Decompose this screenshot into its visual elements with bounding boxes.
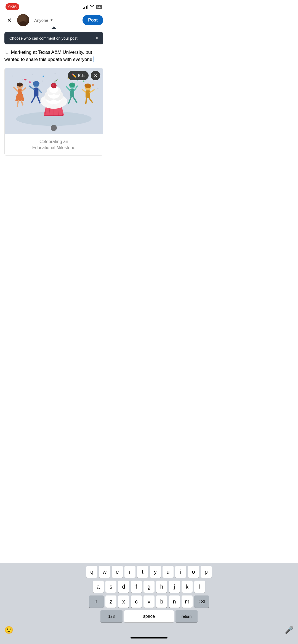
svg-point-7 bbox=[55, 73, 56, 74]
svg-point-40 bbox=[17, 82, 23, 87]
chevron-down-icon: ▼ bbox=[50, 18, 53, 22]
audience-label: Anyone bbox=[34, 18, 48, 23]
svg-point-66 bbox=[29, 81, 31, 83]
card-caption-text: Celebrating anEducational Milestone bbox=[9, 139, 99, 151]
close-icon: ✕ bbox=[94, 73, 97, 78]
post-button[interactable]: Post bbox=[83, 15, 103, 25]
signal-icon bbox=[83, 5, 88, 9]
svg-point-33 bbox=[52, 84, 54, 86]
remove-image-button[interactable]: ✕ bbox=[91, 71, 100, 80]
swipe-indicator bbox=[51, 125, 57, 131]
svg-point-54 bbox=[69, 82, 75, 87]
text-cursor bbox=[94, 57, 94, 62]
tooltip: Choose who can comment on your post × bbox=[4, 32, 103, 44]
wifi-icon bbox=[90, 5, 94, 9]
card-actions: ✏️ Edit ✕ bbox=[68, 71, 100, 80]
svg-point-13 bbox=[29, 88, 30, 89]
status-time: 9:36 bbox=[6, 3, 19, 10]
svg-point-6 bbox=[42, 80, 43, 82]
tooltip-close-button[interactable]: × bbox=[95, 35, 98, 41]
edit-button[interactable]: ✏️ Edit bbox=[68, 71, 89, 80]
svg-point-47 bbox=[33, 81, 39, 86]
tooltip-text: Choose who can comment on your post bbox=[9, 36, 78, 41]
close-button[interactable] bbox=[4, 15, 14, 25]
battery-icon: 56 bbox=[96, 5, 102, 9]
card-caption: Celebrating anEducational Milestone bbox=[5, 134, 103, 155]
svg-rect-56 bbox=[86, 90, 90, 98]
svg-point-15 bbox=[97, 88, 99, 89]
svg-point-3 bbox=[12, 76, 13, 77]
status-bar: 9:36 56 bbox=[0, 0, 108, 11]
image-card: ✏️ Edit ✕ Celebrating anEducational Mile… bbox=[4, 68, 103, 156]
svg-point-5 bbox=[32, 74, 33, 75]
edit-label: Edit bbox=[78, 73, 85, 78]
audience-selector[interactable]: Anyone ▼ bbox=[32, 17, 55, 24]
pencil-icon: ✏️ bbox=[72, 73, 76, 78]
status-icons: 56 bbox=[83, 5, 102, 9]
svg-rect-42 bbox=[34, 88, 38, 96]
post-text-area[interactable]: I... Marketing at Texas A&M University, … bbox=[0, 44, 108, 66]
tooltip-container: Choose who can comment on your post × bbox=[0, 29, 108, 44]
image-card-inner: ✏️ Edit ✕ bbox=[5, 68, 103, 134]
post-text-content: Marketing at Texas A&M University, but I… bbox=[4, 50, 95, 62]
post-text-top: I... bbox=[4, 50, 10, 55]
svg-rect-49 bbox=[70, 89, 74, 97]
svg-point-61 bbox=[84, 84, 91, 88]
svg-point-4 bbox=[22, 79, 23, 80]
avatar bbox=[17, 14, 29, 26]
svg-line-59 bbox=[86, 98, 87, 104]
tooltip-arrow bbox=[51, 26, 57, 29]
svg-point-68 bbox=[92, 84, 94, 86]
